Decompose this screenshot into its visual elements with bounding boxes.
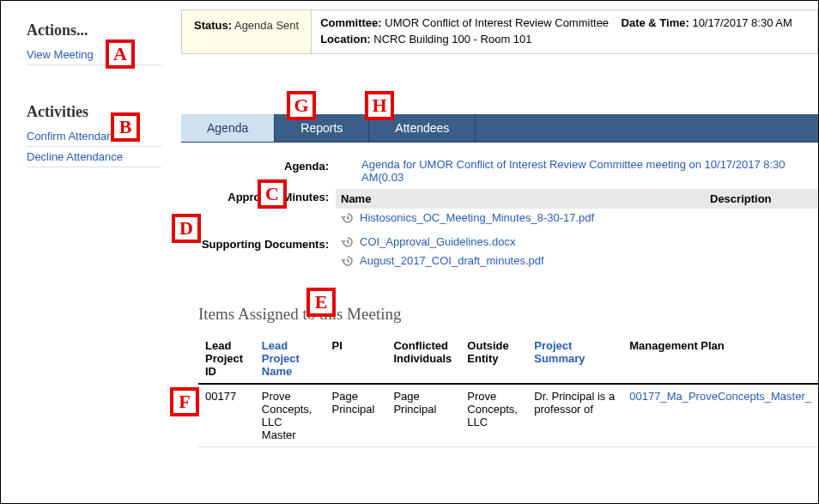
supporting-docs-label: Supporting Documents: [198,233,336,251]
meta-box: Committee: UMOR Conflict of Interest Rev… [312,10,817,53]
th-summary[interactable]: Project Summary [527,334,622,384]
callout-b: B [111,112,140,142]
cell-outside: Prove Concepts, LLC [460,384,527,447]
location-value: NCRC Building 100 - Room 101 [373,33,531,46]
doc-col-desc: Description [710,192,813,205]
view-meeting-link[interactable]: View Meeting [27,45,161,65]
committee-value: UMOR Conflict of Interest Review Committ… [385,16,609,29]
doc-link[interactable]: Histosonics_OC_Meeting_Minutes_8-30-17.p… [360,211,594,224]
doc-col-name: Name [341,192,710,205]
tabs-bar: Agenda Reports Attendees [181,114,818,143]
callout-g: G [287,91,316,120]
doc-link[interactable]: August_2017_COI_draft_minutes.pdf [360,254,544,267]
callout-h: H [365,91,394,120]
datetime-label: Date & Time: [622,16,689,29]
tab-agenda[interactable]: Agenda [181,114,275,142]
th-conflicted: Conflicted Individuals [386,334,460,384]
history-icon[interactable] [341,211,355,225]
cell-lead-id: 00177 [198,384,255,447]
actions-heading: Actions... [27,21,161,39]
committee-label: Committee: [320,16,382,29]
status-bar: Status: Agenda Sent Committee: UMOR Conf… [181,9,818,54]
items-heading: Items Assigned to this Meeting [198,305,818,324]
agenda-label: Agenda: [198,158,336,173]
th-pi: PI [325,334,387,384]
status-value: Agenda Sent [234,19,299,32]
datetime-value: 10/17/2017 8:30 AM [692,16,792,29]
history-icon[interactable] [341,235,355,249]
location-label: Location: [320,33,371,46]
th-lead-name[interactable]: Lead Project Name [255,334,325,384]
cell-summary: Dr. Principal is a professor of [527,384,622,447]
confirm-attendance-link[interactable]: Confirm Attendance [27,126,161,147]
callout-f: F [170,387,199,416]
doc-link[interactable]: COI_Approval_Guidelines.docx [360,235,515,248]
main-content: Status: Agenda Sent Committee: UMOR Conf… [168,1,818,503]
cell-plan-link[interactable]: 00177_Ma_ProveConcepts_Master_ [629,390,811,403]
history-icon[interactable] [341,254,355,268]
doc-row: COI_Approval_Guidelines.docx [336,233,818,252]
cell-lead-name: Prove Concepts, LLC Master [255,384,325,447]
status-label: Status: [194,19,232,32]
th-plan: Management Plan [622,334,818,384]
status-box: Status: Agenda Sent [182,10,312,53]
callout-a: A [106,39,135,69]
sidebar: Actions... View Meeting Activities Confi… [1,1,168,503]
doc-row: August_2017_COI_draft_minutes.pdf [336,252,818,270]
callout-d: D [172,214,201,243]
cell-conflicted: Page Principal [386,384,460,447]
agenda-link[interactable]: Agenda for UMOR Conflict of Interest Rev… [361,158,786,184]
th-outside: Outside Entity [460,334,527,384]
decline-attendance-link[interactable]: Decline Attendance [27,147,161,167]
table-row: 00177 Prove Concepts, LLC Master Page Pr… [198,384,818,447]
items-table: Lead Project ID Lead Project Name PI Con… [198,334,818,447]
th-lead-id: Lead Project ID [198,334,255,384]
activities-heading: Activities [27,103,161,121]
callout-e: E [306,288,336,317]
doc-row: Histosonics_OC_Meeting_Minutes_8-30-17.p… [336,209,818,228]
callout-c: C [258,179,287,209]
minutes-table: Name Description Histosonics_OC_Meeting_… [336,189,818,228]
cell-pi: Page Principal [325,384,387,447]
